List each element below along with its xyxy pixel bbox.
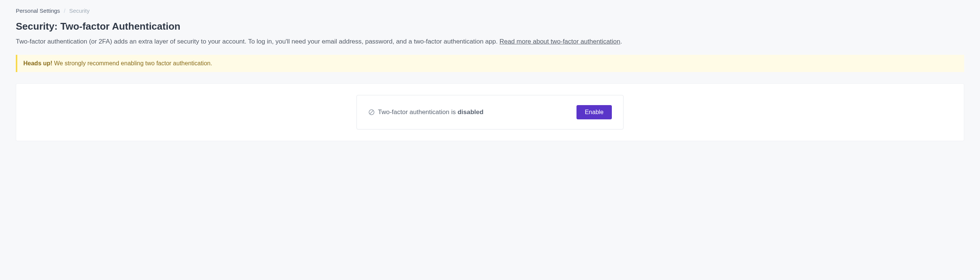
alert-prefix: Heads up! bbox=[23, 60, 52, 66]
status-prefix: Two-factor authentication is bbox=[378, 109, 458, 115]
status-label-group: Two-factor authentication is disabled bbox=[368, 109, 484, 116]
breadcrumb-current: Security bbox=[69, 8, 89, 14]
enable-button[interactable]: Enable bbox=[576, 105, 612, 119]
breadcrumb: Personal Settings / Security bbox=[16, 8, 964, 14]
description-suffix: . bbox=[620, 38, 622, 45]
svg-line-1 bbox=[370, 110, 374, 114]
page-description: Two-factor authentication (or 2FA) adds … bbox=[16, 37, 964, 47]
description-text: Two-factor authentication (or 2FA) adds … bbox=[16, 38, 500, 45]
status-card: Two-factor authentication is disabled En… bbox=[356, 95, 624, 130]
status-text: Two-factor authentication is disabled bbox=[378, 109, 484, 116]
page-title: Security: Two-factor Authentication bbox=[16, 21, 964, 32]
breadcrumb-separator: / bbox=[64, 8, 65, 14]
alert-banner: Heads up! We strongly recommend enabling… bbox=[16, 55, 964, 72]
main-panel: Two-factor authentication is disabled En… bbox=[16, 83, 964, 141]
read-more-link[interactable]: Read more about two-factor authenticatio… bbox=[500, 38, 620, 45]
alert-text: We strongly recommend enabling two facto… bbox=[52, 60, 212, 66]
ban-icon bbox=[368, 109, 375, 115]
status-state: disabled bbox=[458, 109, 484, 115]
breadcrumb-parent-link[interactable]: Personal Settings bbox=[16, 8, 60, 14]
